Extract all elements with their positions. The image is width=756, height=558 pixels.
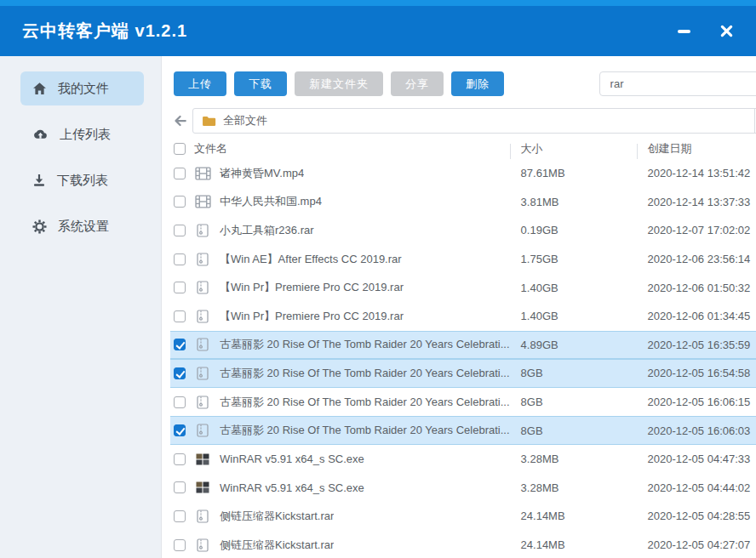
file-name-cell: 侧链压缩器Kickstart.rar: [170, 538, 510, 553]
upload-button[interactable]: 上传: [174, 71, 226, 96]
row-checkbox[interactable]: [174, 310, 186, 322]
archive-file-icon: [194, 538, 211, 552]
cloud-upload-icon: [32, 128, 49, 141]
row-checkbox[interactable]: [174, 539, 186, 551]
file-name-cell: 中华人民共和国.mp4: [170, 194, 510, 209]
file-name: 中华人民共和国.mp4: [220, 194, 322, 209]
file-name: 侧链压缩器Kickstart.rar: [220, 538, 334, 553]
table-row[interactable]: 侧链压缩器Kickstart.rar24.14MB2020-12-05 04:2…: [170, 502, 756, 531]
row-checkbox[interactable]: [174, 339, 186, 350]
table-row[interactable]: WinRAR v5.91 x64_s SC.exe3.28MB2020-12-0…: [170, 445, 756, 474]
archive-file-icon: [194, 396, 211, 409]
row-checkbox[interactable]: [174, 253, 186, 265]
row-checkbox[interactable]: [174, 225, 186, 236]
breadcrumb: 全部文件: [192, 108, 756, 134]
file-size: 1.40GB: [510, 310, 637, 322]
sidebar-item-label: 下载列表: [57, 173, 108, 189]
file-date: 2020-12-14 13:51:42: [637, 167, 756, 179]
table-row[interactable]: 【Win AE】After Effects CC 2019.rar1.75GB2…: [170, 245, 756, 274]
file-name: 【Win Pr】Premiere Pro CC 2019.rar: [220, 280, 404, 295]
sidebar-item-upload-list[interactable]: 上传列表: [20, 117, 144, 151]
archive-file-icon: [194, 310, 211, 323]
table-row[interactable]: 【Win Pr】Premiere Pro CC 2019.rar1.40GB20…: [170, 273, 756, 302]
titlebar: 云中转客户端 v1.2.1: [0, 0, 756, 56]
file-table: 诸神黄昏MV.mp487.61MB2020-12-14 13:51:42中华人民…: [170, 159, 756, 558]
file-date: 2020-12-05 16:54:58: [637, 367, 756, 379]
sidebar-item-label: 上传列表: [60, 127, 111, 143]
file-name-cell: 古墓丽影 20 Rise Of The Tomb Raider 20 Years…: [170, 423, 510, 438]
row-checkbox[interactable]: [174, 396, 186, 408]
file-name-cell: 小丸工具箱r236.rar: [170, 223, 510, 238]
archive-file-icon: [194, 510, 211, 523]
row-checkbox[interactable]: [174, 196, 186, 208]
arrow-left-icon: [172, 113, 187, 128]
file-name-cell: 古墓丽影 20 Rise Of The Tomb Raider 20 Years…: [170, 337, 510, 352]
file-date: 2020-12-05 16:35:59: [637, 339, 756, 351]
select-all-checkbox[interactable]: [174, 143, 186, 155]
file-name-cell: 古墓丽影 20 Rise Of The Tomb Raider 20 Years…: [170, 395, 510, 410]
table-row[interactable]: 古墓丽影 20 Rise Of The Tomb Raider 20 Years…: [170, 388, 756, 417]
row-checkbox[interactable]: [174, 168, 186, 179]
sidebar-item-my-files[interactable]: 我的文件: [20, 71, 144, 105]
table-row[interactable]: 中华人民共和国.mp43.81MB2020-12-14 13:37:33: [170, 188, 756, 217]
row-checkbox[interactable]: [174, 424, 186, 436]
file-name: WinRAR v5.91 x64_s SC.exe: [220, 453, 364, 465]
video-file-icon: [194, 195, 211, 208]
sidebar-item-download-list[interactable]: 下载列表: [20, 163, 144, 197]
file-name-cell: 【Win AE】After Effects CC 2019.rar: [170, 252, 510, 267]
table-row[interactable]: 【Win Pr】Premiere Pro CC 2019.rar1.40GB20…: [170, 302, 756, 331]
share-button[interactable]: 分享: [391, 71, 444, 96]
folder-icon: [202, 115, 216, 128]
header-name-cell: 文件名: [170, 141, 510, 157]
header-name-label: 文件名: [194, 141, 227, 157]
table-row[interactable]: 古墓丽影 20 Rise Of The Tomb Raider 20 Years…: [170, 359, 756, 388]
table-row[interactable]: 小丸工具箱r236.rar0.19GB2020-12-07 17:02:02: [170, 216, 756, 245]
sidebar: 我的文件上传列表下载列表系统设置: [0, 56, 162, 558]
table-row[interactable]: 古墓丽影 20 Rise Of The Tomb Raider 20 Years…: [170, 416, 756, 445]
minimize-button[interactable]: [676, 24, 691, 39]
file-name: 【Win Pr】Premiere Pro CC 2019.rar: [220, 309, 404, 324]
file-name-cell: WinRAR v5.91 x64_s SC.exe: [170, 481, 510, 494]
app-body: 我的文件上传列表下载列表系统设置 上传下载新建文件夹分享删除 全部文件: [0, 56, 756, 558]
file-size: 1.75GB: [510, 253, 637, 265]
file-size: 8GB: [510, 396, 637, 408]
delete-button[interactable]: 删除: [451, 71, 504, 96]
file-date: 2020-12-06 01:34:45: [637, 310, 756, 322]
path-bar: 全部文件: [170, 108, 756, 134]
file-size: 3.81MB: [510, 196, 637, 208]
sidebar-item-settings[interactable]: 系统设置: [20, 209, 144, 243]
file-date: 2020-12-05 04:27:07: [637, 538, 756, 551]
table-row[interactable]: 古墓丽影 20 Rise Of The Tomb Raider 20 Years…: [170, 331, 756, 360]
file-size: 3.28MB: [510, 481, 637, 494]
main-panel: 上传下载新建文件夹分享删除 全部文件: [162, 56, 756, 558]
row-checkbox[interactable]: [174, 510, 186, 522]
download-button[interactable]: 下载: [234, 71, 287, 96]
file-date: 2020-12-05 16:06:15: [637, 396, 756, 408]
row-checkbox[interactable]: [174, 282, 186, 293]
sidebar-item-label: 我的文件: [58, 81, 109, 97]
file-name: 古墓丽影 20 Rise Of The Tomb Raider 20 Years…: [220, 395, 510, 410]
file-name-cell: 【Win Pr】Premiere Pro CC 2019.rar: [170, 309, 510, 324]
file-size: 87.61MB: [510, 167, 637, 179]
toolbar-buttons: 上传下载新建文件夹分享删除: [174, 71, 512, 96]
file-name-cell: 诸神黄昏MV.mp4: [170, 166, 510, 181]
new-folder-button[interactable]: 新建文件夹: [295, 71, 383, 96]
file-date: 2020-12-05 04:28:55: [637, 510, 756, 522]
table-row[interactable]: 诸神黄昏MV.mp487.61MB2020-12-14 13:51:42: [170, 159, 756, 188]
exe-file-icon: [194, 453, 211, 465]
row-checkbox[interactable]: [174, 453, 186, 465]
back-button[interactable]: [172, 113, 187, 128]
archive-file-icon: [194, 281, 211, 294]
table-row[interactable]: 侧链压缩器Kickstart.rar24.14MB2020-12-05 04:2…: [170, 531, 756, 558]
archive-file-icon: [194, 253, 211, 266]
toolbar: 上传下载新建文件夹分享删除: [170, 71, 756, 96]
search-input[interactable]: [599, 71, 756, 96]
breadcrumb-location[interactable]: 全部文件: [223, 113, 267, 128]
file-name: 【Win AE】After Effects CC 2019.rar: [220, 252, 402, 267]
archive-file-icon: [194, 424, 211, 437]
table-row[interactable]: WinRAR v5.91 x64_s SC.exe3.28MB2020-12-0…: [170, 474, 756, 503]
file-date: 2020-12-07 17:02:02: [637, 224, 756, 236]
row-checkbox[interactable]: [174, 367, 186, 379]
close-button[interactable]: [719, 24, 734, 39]
row-checkbox[interactable]: [174, 481, 186, 493]
